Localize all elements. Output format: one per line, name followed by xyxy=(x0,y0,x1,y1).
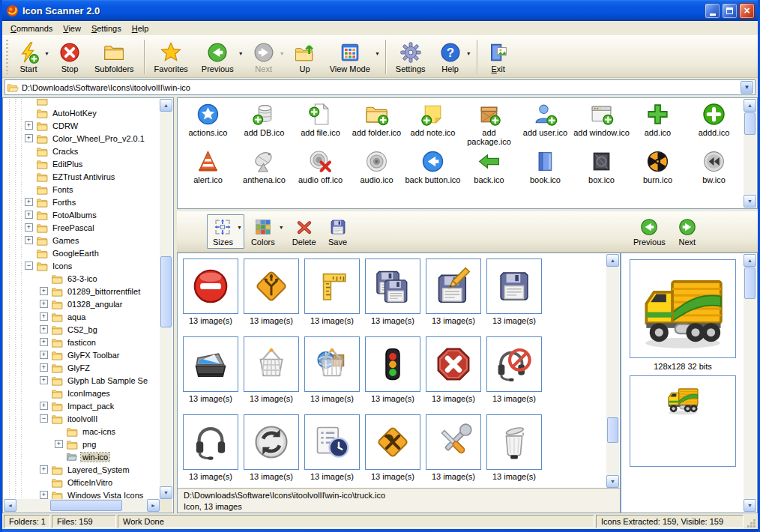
icon-group[interactable]: 13 image(s) xyxy=(486,259,542,326)
toolbar-button-up[interactable]: Up xyxy=(287,39,323,75)
iconlist-scroll-thumb[interactable] xyxy=(744,112,756,135)
tree-item-eztrust-antivirus[interactable]: EZTrust Antivirus xyxy=(4,170,160,183)
scroll-up-icon[interactable]: ▲ xyxy=(744,254,756,267)
tree-item-cs2-bg[interactable]: +CS2_bg xyxy=(4,323,160,336)
icon-group[interactable]: 13 image(s) xyxy=(304,336,360,404)
icon-group[interactable]: 13 image(s) xyxy=(304,259,360,326)
tree-item-fasticon[interactable]: +fasticon xyxy=(4,336,160,348)
resize-grip[interactable] xyxy=(745,515,756,528)
tree-item-windows-vista-icons[interactable]: +Windows Vista Icons xyxy=(4,489,160,499)
tree-item-googleearth[interactable]: GoogleEarth xyxy=(4,247,160,259)
iconlist-scrollbar[interactable]: ▲ ▼ xyxy=(744,99,756,208)
file-item-actions-ico[interactable]: actions.ico xyxy=(180,102,236,146)
icon-group[interactable]: 13 image(s) xyxy=(486,336,542,404)
file-item-addd-ico[interactable]: addd.ico xyxy=(686,102,742,146)
menu-item-commands[interactable]: Commands xyxy=(5,22,58,34)
tree-item-officeinvitro[interactable]: OfficeInVitro xyxy=(4,476,160,489)
scroll-up-icon[interactable]: ▲ xyxy=(606,254,619,267)
toolbar-button-next[interactable]: Next xyxy=(672,215,702,248)
file-item-add-file-ico[interactable]: add file.ico xyxy=(292,102,349,146)
tree-item-icons[interactable]: −Icons xyxy=(4,259,160,272)
dropdown-arrow-icon[interactable]: ▼ xyxy=(237,225,242,230)
icon-preview-cell[interactable] xyxy=(304,336,360,392)
tree-expand-icon[interactable]: + xyxy=(25,121,33,130)
tree-item-freepascal[interactable]: +FreePascal xyxy=(4,221,160,234)
tree-expand-icon[interactable]: + xyxy=(40,376,48,384)
tree-expand-icon[interactable]: + xyxy=(40,325,48,333)
icon-group[interactable]: 13 image(s) xyxy=(486,414,542,482)
toolbar-button-subfolders[interactable]: Subfolders xyxy=(88,39,141,75)
icon-preview-cell[interactable] xyxy=(183,414,238,470)
tree-expand-icon[interactable]: + xyxy=(40,363,48,372)
scroll-right-icon[interactable]: ► xyxy=(147,499,160,512)
preview-scrollbar[interactable]: ▲ ▼ xyxy=(744,254,756,512)
file-item-audio-off-ico[interactable]: audio off.ico xyxy=(292,149,349,184)
icon-preview-cell[interactable] xyxy=(486,259,542,314)
tree-item-63-3-ico[interactable]: 63-3-ico xyxy=(4,272,160,285)
icon-group[interactable]: 13 image(s) xyxy=(244,414,299,482)
tree-item-editplus[interactable]: EditPlus xyxy=(4,157,160,170)
tree-expand-icon[interactable]: + xyxy=(40,465,48,474)
close-button[interactable]: × xyxy=(739,3,755,19)
tree-item-impact-pack[interactable]: +Impact_pack xyxy=(4,399,160,412)
tree-item-01289-bittorrentfilet[interactable]: +01289_bittorrentfilet xyxy=(4,285,160,297)
tree-item-games[interactable]: +Games xyxy=(4,234,160,247)
maximize-button[interactable] xyxy=(722,3,738,19)
icon-preview-cell[interactable] xyxy=(365,336,420,392)
file-item-add-folder-ico[interactable]: add folder.ico xyxy=(349,102,405,146)
tree-item-win-ico[interactable]: win-ico xyxy=(4,450,160,463)
tree-expand-icon[interactable]: + xyxy=(25,211,33,219)
tree-expand-icon[interactable]: + xyxy=(40,491,48,499)
file-item-anthena-ico[interactable]: anthena.ico xyxy=(236,149,292,184)
grid-scroll-thumb[interactable] xyxy=(607,417,618,443)
tree-collapse-icon[interactable]: − xyxy=(40,414,48,423)
tree-item-autohotkey[interactable]: AutoHotKey xyxy=(4,106,160,119)
file-item-add-ico[interactable]: add.ico xyxy=(630,102,686,146)
tree-expand-icon[interactable]: + xyxy=(40,300,48,308)
menu-item-view[interactable]: View xyxy=(58,22,86,34)
file-item-add-db-ico[interactable]: add DB.ico xyxy=(236,102,292,146)
tree-expand-icon[interactable]: + xyxy=(25,198,33,206)
tree-item-glyfx-toolbar[interactable]: +GlyFX Toolbar xyxy=(4,348,160,361)
tree-item-cdrw[interactable]: +CDRW xyxy=(4,119,160,132)
dropdown-arrow-icon[interactable]: ▼ xyxy=(280,51,285,56)
toolbar-button-sizes[interactable]: Sizes▼ xyxy=(207,214,244,249)
scroll-left-icon[interactable]: ◄ xyxy=(4,499,16,512)
icon-preview-cell[interactable] xyxy=(183,259,238,314)
tree-collapse-icon[interactable]: − xyxy=(25,262,33,270)
file-item-add-window-ico[interactable]: add window.ico xyxy=(573,102,630,146)
icon-preview-cell[interactable] xyxy=(244,336,299,392)
dropdown-arrow-icon[interactable]: ▼ xyxy=(238,51,244,56)
file-item-box-ico[interactable]: box.ico xyxy=(573,149,630,184)
tree-expand-icon[interactable]: + xyxy=(55,440,63,448)
toolbar-button-start[interactable]: Start▼ xyxy=(10,39,52,75)
toolbar-button-stop[interactable]: Stop xyxy=(52,39,88,75)
tree-item-item[interactable] xyxy=(4,99,160,106)
toolbar-button-favorites[interactable]: Favorites xyxy=(148,39,195,75)
icon-preview-cell[interactable] xyxy=(244,259,299,314)
tree-expand-icon[interactable]: + xyxy=(40,312,48,321)
address-dropdown-button[interactable]: ▼ xyxy=(741,81,753,94)
tree-item-aqua[interactable]: +aqua xyxy=(4,310,160,323)
tree-scroll-thumb[interactable] xyxy=(160,256,172,327)
file-item-back-ico[interactable]: back.ico xyxy=(461,149,517,184)
file-item-alert-ico[interactable]: alert.ico xyxy=(180,149,236,184)
file-item-audio-ico[interactable]: audio.ico xyxy=(349,149,405,184)
toolbar-button-exit[interactable]: Exit xyxy=(480,39,516,75)
icon-preview-cell[interactable] xyxy=(426,259,481,314)
file-item-burn-ico[interactable]: burn.ico xyxy=(630,149,686,184)
icon-preview-cell[interactable] xyxy=(426,414,481,470)
tree-item-glyph-lab-sample-se[interactable]: +Glyph Lab Sample Se xyxy=(4,374,160,387)
tree-item-cracks[interactable]: Cracks xyxy=(4,145,160,157)
tree-item-forths[interactable]: +Forths xyxy=(4,196,160,208)
address-field[interactable]: D:\Downloads\Software\Icons\itoolvolII\w… xyxy=(4,79,756,95)
icon-group[interactable]: 13 image(s) xyxy=(244,336,299,404)
scroll-up-icon[interactable]: ▲ xyxy=(160,99,172,112)
icon-group[interactable]: 13 image(s) xyxy=(183,259,238,326)
toolbar-button-previous[interactable]: Previous xyxy=(628,215,671,248)
tree-item-01328-angular[interactable]: +01328_angular xyxy=(4,297,160,310)
tree-expand-icon[interactable]: + xyxy=(25,134,33,142)
toolbar-button-help[interactable]: ?Help▼ xyxy=(432,39,474,75)
icon-preview-cell[interactable] xyxy=(183,336,238,392)
scroll-down-icon[interactable]: ▼ xyxy=(744,195,756,208)
